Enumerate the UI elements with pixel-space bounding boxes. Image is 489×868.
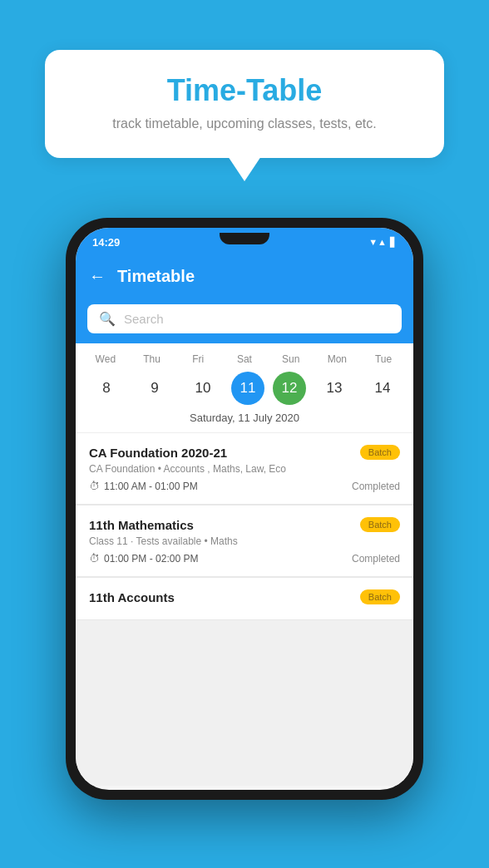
item-2-footer: ⏱ 01:00 PM - 02:00 PM Completed — [89, 552, 400, 565]
status-icons: ▼▲ ▋ — [368, 237, 397, 248]
selected-date-label: Saturday, 11 July 2020 — [82, 412, 407, 424]
day-14[interactable]: 14 — [363, 372, 403, 405]
day-header-mon: Mon — [317, 353, 357, 365]
day-12-today[interactable]: 12 — [273, 372, 306, 405]
phone-wrapper: 14:29 ▼▲ ▋ ← Timetable 🔍 Search — [0, 218, 489, 800]
day-numbers: 8 9 10 11 12 13 14 — [82, 372, 407, 405]
item-3-title: 11th Accounts — [89, 590, 175, 604]
item-2-status: Completed — [352, 553, 400, 565]
calendar-section: Wed Thu Fri Sat Sun Mon Tue 8 9 10 11 12… — [76, 343, 413, 433]
app-title: Timetable — [117, 267, 195, 286]
wifi-icon: ▼▲ — [368, 237, 387, 247]
item-2-time: ⏱ 01:00 PM - 02:00 PM — [89, 552, 198, 565]
item-2-badge: Batch — [360, 517, 400, 532]
bubble-subtitle: track timetable, upcoming classes, tests… — [85, 116, 404, 131]
day-11-selected[interactable]: 11 — [231, 372, 264, 405]
item-2-time-text: 01:00 PM - 02:00 PM — [104, 553, 198, 565]
item-2-subtitle: Class 11 · Tests available • Maths — [89, 535, 400, 547]
battery-icon: ▋ — [390, 237, 397, 248]
item-1-badge: Batch — [360, 445, 400, 460]
item-2-header: 11th Mathematics Batch — [89, 517, 400, 532]
item-1-header: CA Foundation 2020-21 Batch — [89, 445, 400, 460]
day-headers: Wed Thu Fri Sat Sun Mon Tue — [82, 353, 407, 365]
schedule-item-1[interactable]: CA Foundation 2020-21 Batch CA Foundatio… — [76, 433, 413, 505]
day-header-fri: Fri — [178, 353, 218, 365]
phone-screen: 14:29 ▼▲ ▋ ← Timetable 🔍 Search — [76, 228, 413, 790]
phone-notch — [220, 233, 269, 244]
day-header-tue: Tue — [363, 353, 403, 365]
item-3-header: 11th Accounts Batch — [89, 589, 400, 604]
day-header-thu: Thu — [132, 353, 172, 365]
day-header-sun: Sun — [271, 353, 311, 365]
item-2-title: 11th Mathematics — [89, 518, 194, 532]
day-8[interactable]: 8 — [86, 372, 126, 405]
schedule-item-2[interactable]: 11th Mathematics Batch Class 11 · Tests … — [76, 506, 413, 577]
day-10[interactable]: 10 — [183, 372, 223, 405]
search-icon: 🔍 — [99, 311, 116, 327]
day-13[interactable]: 13 — [314, 372, 354, 405]
day-header-sat: Sat — [225, 353, 264, 365]
day-header-wed: Wed — [86, 353, 126, 365]
schedule-list: CA Foundation 2020-21 Batch CA Foundatio… — [76, 433, 413, 786]
speech-bubble: Time-Table track timetable, upcoming cla… — [45, 50, 444, 158]
search-bar[interactable]: 🔍 Search — [87, 304, 402, 333]
phone: 14:29 ▼▲ ▋ ← Timetable 🔍 Search — [66, 218, 423, 800]
speech-bubble-section: Time-Table track timetable, upcoming cla… — [0, 0, 489, 158]
search-input[interactable]: Search — [124, 312, 164, 326]
item-1-time: ⏱ 11:00 AM - 01:00 PM — [89, 480, 198, 492]
app-bar: ← Timetable — [76, 254, 413, 298]
item-3-badge: Batch — [360, 589, 400, 604]
schedule-item-3[interactable]: 11th Accounts Batch — [76, 578, 413, 620]
day-9[interactable]: 9 — [135, 372, 175, 405]
status-time: 14:29 — [92, 236, 120, 249]
item-1-title: CA Foundation 2020-21 — [89, 446, 227, 460]
item-1-time-text: 11:00 AM - 01:00 PM — [104, 481, 198, 492]
item-1-subtitle: CA Foundation • Accounts , Maths, Law, E… — [89, 463, 400, 475]
clock-icon-1: ⏱ — [89, 480, 100, 492]
item-1-status: Completed — [352, 481, 400, 492]
search-container: 🔍 Search — [76, 298, 413, 343]
back-button[interactable]: ← — [89, 267, 106, 286]
bubble-title: Time-Table — [85, 73, 404, 108]
item-1-footer: ⏱ 11:00 AM - 01:00 PM Completed — [89, 480, 400, 492]
clock-icon-2: ⏱ — [89, 552, 100, 565]
